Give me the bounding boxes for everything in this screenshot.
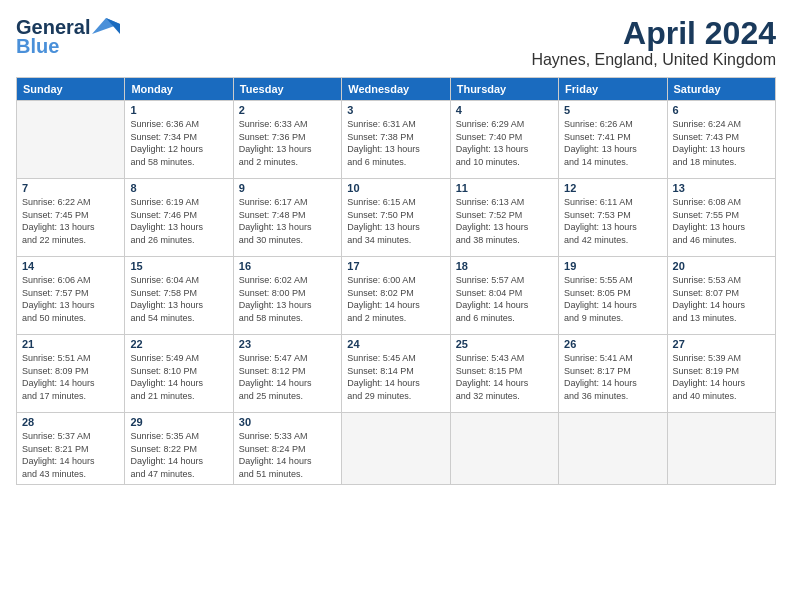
calendar-cell: 10Sunrise: 6:15 AM Sunset: 7:50 PM Dayli…	[342, 179, 450, 257]
day-info: Sunrise: 6:15 AM Sunset: 7:50 PM Dayligh…	[347, 196, 444, 246]
day-info: Sunrise: 5:43 AM Sunset: 8:15 PM Dayligh…	[456, 352, 553, 402]
day-info: Sunrise: 6:36 AM Sunset: 7:34 PM Dayligh…	[130, 118, 227, 168]
title-block: April 2024 Haynes, England, United Kingd…	[531, 16, 776, 69]
calendar-cell: 15Sunrise: 6:04 AM Sunset: 7:58 PM Dayli…	[125, 257, 233, 335]
calendar-cell: 21Sunrise: 5:51 AM Sunset: 8:09 PM Dayli…	[17, 335, 125, 413]
day-number: 17	[347, 260, 444, 272]
day-info: Sunrise: 6:04 AM Sunset: 7:58 PM Dayligh…	[130, 274, 227, 324]
day-number: 4	[456, 104, 553, 116]
day-info: Sunrise: 6:19 AM Sunset: 7:46 PM Dayligh…	[130, 196, 227, 246]
day-info: Sunrise: 6:22 AM Sunset: 7:45 PM Dayligh…	[22, 196, 119, 246]
week-row-4: 21Sunrise: 5:51 AM Sunset: 8:09 PM Dayli…	[17, 335, 776, 413]
day-info: Sunrise: 6:00 AM Sunset: 8:02 PM Dayligh…	[347, 274, 444, 324]
day-info: Sunrise: 6:26 AM Sunset: 7:41 PM Dayligh…	[564, 118, 661, 168]
day-number: 20	[673, 260, 770, 272]
calendar-cell	[450, 413, 558, 484]
day-number: 14	[22, 260, 119, 272]
day-header-tuesday: Tuesday	[233, 78, 341, 101]
day-info: Sunrise: 5:33 AM Sunset: 8:24 PM Dayligh…	[239, 430, 336, 480]
day-info: Sunrise: 6:33 AM Sunset: 7:36 PM Dayligh…	[239, 118, 336, 168]
day-info: Sunrise: 5:53 AM Sunset: 8:07 PM Dayligh…	[673, 274, 770, 324]
day-header-saturday: Saturday	[667, 78, 775, 101]
day-number: 11	[456, 182, 553, 194]
calendar-cell: 27Sunrise: 5:39 AM Sunset: 8:19 PM Dayli…	[667, 335, 775, 413]
day-number: 25	[456, 338, 553, 350]
calendar-cell: 2Sunrise: 6:33 AM Sunset: 7:36 PM Daylig…	[233, 101, 341, 179]
day-info: Sunrise: 5:39 AM Sunset: 8:19 PM Dayligh…	[673, 352, 770, 402]
calendar-cell: 12Sunrise: 6:11 AM Sunset: 7:53 PM Dayli…	[559, 179, 667, 257]
day-info: Sunrise: 6:24 AM Sunset: 7:43 PM Dayligh…	[673, 118, 770, 168]
day-number: 27	[673, 338, 770, 350]
calendar-cell: 30Sunrise: 5:33 AM Sunset: 8:24 PM Dayli…	[233, 413, 341, 484]
day-number: 15	[130, 260, 227, 272]
calendar-cell: 19Sunrise: 5:55 AM Sunset: 8:05 PM Dayli…	[559, 257, 667, 335]
calendar-cell: 23Sunrise: 5:47 AM Sunset: 8:12 PM Dayli…	[233, 335, 341, 413]
day-number: 23	[239, 338, 336, 350]
calendar-cell: 9Sunrise: 6:17 AM Sunset: 7:48 PM Daylig…	[233, 179, 341, 257]
calendar-cell: 5Sunrise: 6:26 AM Sunset: 7:41 PM Daylig…	[559, 101, 667, 179]
calendar-cell	[342, 413, 450, 484]
calendar-cell	[667, 413, 775, 484]
day-info: Sunrise: 5:51 AM Sunset: 8:09 PM Dayligh…	[22, 352, 119, 402]
calendar-cell	[559, 413, 667, 484]
day-number: 13	[673, 182, 770, 194]
calendar-cell: 13Sunrise: 6:08 AM Sunset: 7:55 PM Dayli…	[667, 179, 775, 257]
day-number: 29	[130, 416, 227, 428]
day-info: Sunrise: 6:06 AM Sunset: 7:57 PM Dayligh…	[22, 274, 119, 324]
calendar-cell: 1Sunrise: 6:36 AM Sunset: 7:34 PM Daylig…	[125, 101, 233, 179]
calendar-cell: 7Sunrise: 6:22 AM Sunset: 7:45 PM Daylig…	[17, 179, 125, 257]
page: General Blue April 2024 Haynes, England,…	[0, 0, 792, 612]
logo-icon	[92, 16, 120, 36]
calendar-cell: 18Sunrise: 5:57 AM Sunset: 8:04 PM Dayli…	[450, 257, 558, 335]
day-number: 3	[347, 104, 444, 116]
week-row-1: 1Sunrise: 6:36 AM Sunset: 7:34 PM Daylig…	[17, 101, 776, 179]
day-header-wednesday: Wednesday	[342, 78, 450, 101]
day-number: 10	[347, 182, 444, 194]
calendar-cell: 16Sunrise: 6:02 AM Sunset: 8:00 PM Dayli…	[233, 257, 341, 335]
day-info: Sunrise: 5:45 AM Sunset: 8:14 PM Dayligh…	[347, 352, 444, 402]
day-header-thursday: Thursday	[450, 78, 558, 101]
calendar-cell: 26Sunrise: 5:41 AM Sunset: 8:17 PM Dayli…	[559, 335, 667, 413]
calendar-body: 1Sunrise: 6:36 AM Sunset: 7:34 PM Daylig…	[17, 101, 776, 484]
calendar-table: SundayMondayTuesdayWednesdayThursdayFrid…	[16, 77, 776, 484]
day-number: 18	[456, 260, 553, 272]
calendar-title: April 2024	[531, 16, 776, 51]
day-number: 21	[22, 338, 119, 350]
calendar-cell: 24Sunrise: 5:45 AM Sunset: 8:14 PM Dayli…	[342, 335, 450, 413]
calendar-cell: 6Sunrise: 6:24 AM Sunset: 7:43 PM Daylig…	[667, 101, 775, 179]
day-info: Sunrise: 6:08 AM Sunset: 7:55 PM Dayligh…	[673, 196, 770, 246]
day-info: Sunrise: 5:47 AM Sunset: 8:12 PM Dayligh…	[239, 352, 336, 402]
calendar-cell: 29Sunrise: 5:35 AM Sunset: 8:22 PM Dayli…	[125, 413, 233, 484]
day-number: 22	[130, 338, 227, 350]
day-number: 5	[564, 104, 661, 116]
day-number: 12	[564, 182, 661, 194]
header: General Blue April 2024 Haynes, England,…	[16, 16, 776, 69]
day-info: Sunrise: 6:11 AM Sunset: 7:53 PM Dayligh…	[564, 196, 661, 246]
day-headers: SundayMondayTuesdayWednesdayThursdayFrid…	[17, 78, 776, 101]
day-number: 1	[130, 104, 227, 116]
day-info: Sunrise: 5:35 AM Sunset: 8:22 PM Dayligh…	[130, 430, 227, 480]
day-info: Sunrise: 5:37 AM Sunset: 8:21 PM Dayligh…	[22, 430, 119, 480]
calendar-cell	[17, 101, 125, 179]
calendar-subtitle: Haynes, England, United Kingdom	[531, 51, 776, 69]
day-number: 8	[130, 182, 227, 194]
calendar-cell: 25Sunrise: 5:43 AM Sunset: 8:15 PM Dayli…	[450, 335, 558, 413]
day-header-monday: Monday	[125, 78, 233, 101]
day-number: 2	[239, 104, 336, 116]
day-info: Sunrise: 6:29 AM Sunset: 7:40 PM Dayligh…	[456, 118, 553, 168]
day-number: 16	[239, 260, 336, 272]
day-number: 30	[239, 416, 336, 428]
calendar-cell: 20Sunrise: 5:53 AM Sunset: 8:07 PM Dayli…	[667, 257, 775, 335]
day-number: 6	[673, 104, 770, 116]
day-number: 24	[347, 338, 444, 350]
logo: General Blue	[16, 16, 120, 58]
calendar-cell: 14Sunrise: 6:06 AM Sunset: 7:57 PM Dayli…	[17, 257, 125, 335]
calendar-cell: 8Sunrise: 6:19 AM Sunset: 7:46 PM Daylig…	[125, 179, 233, 257]
day-info: Sunrise: 5:55 AM Sunset: 8:05 PM Dayligh…	[564, 274, 661, 324]
calendar-cell: 28Sunrise: 5:37 AM Sunset: 8:21 PM Dayli…	[17, 413, 125, 484]
day-info: Sunrise: 6:31 AM Sunset: 7:38 PM Dayligh…	[347, 118, 444, 168]
logo-blue: Blue	[16, 35, 59, 58]
day-info: Sunrise: 5:57 AM Sunset: 8:04 PM Dayligh…	[456, 274, 553, 324]
day-number: 9	[239, 182, 336, 194]
day-info: Sunrise: 6:17 AM Sunset: 7:48 PM Dayligh…	[239, 196, 336, 246]
